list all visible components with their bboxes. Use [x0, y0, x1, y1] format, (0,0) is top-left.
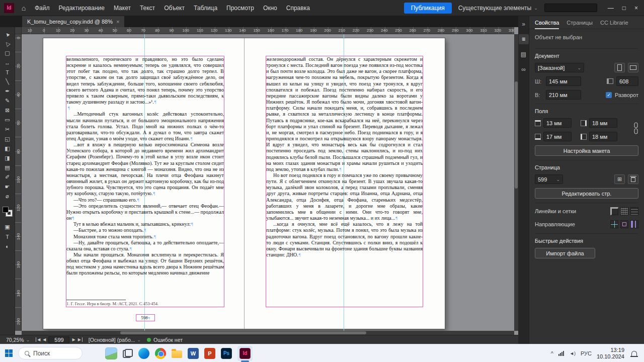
menu-item[interactable]: Справка: [282, 0, 314, 16]
menu-item[interactable]: Таблица: [189, 0, 222, 16]
document-preset-dropdown[interactable]: [Заказной] ⌄: [535, 63, 584, 72]
line-tool-icon[interactable]: ╲: [0, 77, 15, 86]
hand-tool-icon[interactable]: ☛: [0, 182, 15, 192]
close-button[interactable]: ×: [634, 5, 638, 12]
last-page-button[interactable]: ▶: [78, 337, 83, 342]
zoom-tool-icon[interactable]: ⌀: [0, 192, 15, 201]
eyedropper-tool-icon[interactable]: ✐: [0, 172, 15, 182]
selection-tool-icon[interactable]: ▲: [0, 29, 15, 39]
menu-item[interactable]: Текст: [135, 0, 159, 16]
margin-right-field[interactable]: 18 мм: [589, 118, 617, 128]
home-icon[interactable]: ⌂: [17, 4, 30, 12]
text-frame-right[interactable]: железнодорожный состав. Он дёрнулся с ха…: [266, 56, 423, 307]
orientation-portrait-button[interactable]: [614, 63, 625, 72]
network-icon[interactable]: [558, 350, 565, 356]
edit-page-button[interactable]: Редактировать стр.: [535, 188, 638, 199]
menu-item[interactable]: Макет: [109, 0, 135, 16]
start-button[interactable]: [5, 349, 13, 357]
workspace-switcher[interactable]: Существующие элементы ⌄: [458, 5, 538, 12]
language-indicator[interactable]: РУС: [581, 350, 592, 356]
link-margins-icon[interactable]: [633, 122, 638, 135]
horizontal-scrollbar[interactable]: [22, 331, 514, 335]
first-page-button[interactable]: ◀: [36, 337, 40, 342]
volume-icon[interactable]: ◄): [570, 351, 576, 356]
powerpoint-icon[interactable]: P: [204, 348, 215, 359]
tab-pages[interactable]: Страницы: [567, 16, 593, 29]
gap-tool-icon[interactable]: ↔: [0, 58, 15, 67]
horizontal-ruler[interactable]: 1001020304050607080901001101201301401501…: [22, 27, 514, 34]
page-tool-icon[interactable]: ▢: [0, 48, 15, 58]
menu-item[interactable]: Редактирование: [54, 0, 109, 16]
screen-mode-icon[interactable]: ◐: [0, 241, 15, 251]
zoom-level-dropdown[interactable]: 70,25% ⌄: [6, 337, 30, 343]
gradient-feather-tool-icon[interactable]: ◨: [0, 153, 15, 163]
vertical-scrollbar[interactable]: [514, 34, 518, 331]
margin-left-field[interactable]: 18 мм: [589, 132, 617, 141]
formatting-text-icon[interactable]: Т: [0, 232, 15, 241]
properties-panel-icon[interactable]: ≡: [519, 34, 529, 44]
orientation-landscape-button[interactable]: [628, 63, 638, 72]
word-icon[interactable]: W: [188, 348, 199, 359]
current-page-dropdown[interactable]: 599 ⌄: [535, 174, 563, 184]
rectangle-frame-tool-icon[interactable]: ⊠: [0, 106, 15, 115]
text-frame-left[interactable]: великолепного, героического и правдивого…: [66, 56, 224, 307]
margin-top-field[interactable]: 13 мм: [543, 118, 572, 128]
minimize-button[interactable]: —: [608, 5, 614, 12]
direct-selection-tool-icon[interactable]: △: [0, 39, 15, 48]
taskbar-search[interactable]: Поиск: [18, 347, 83, 359]
scissors-tool-icon[interactable]: ✂: [0, 125, 15, 134]
task-view-icon[interactable]: [123, 348, 133, 358]
menu-item[interactable]: Окно: [259, 0, 282, 16]
ruler-origin-corner[interactable]: [15, 27, 22, 34]
margin-guides-icon[interactable]: [620, 220, 628, 228]
stock-search-input[interactable]: [544, 4, 597, 12]
document-tab[interactable]: K_tomu_beregu_copy.indd @ 88% ×: [22, 16, 124, 27]
delete-page-button[interactable]: [628, 174, 638, 184]
pages-panel-icon[interactable]: ▤: [519, 49, 529, 59]
scrollbar-thumb[interactable]: [120, 331, 367, 334]
indesign-active-app[interactable]: Id: [237, 346, 253, 361]
guides-icon[interactable]: [610, 220, 618, 228]
preflight-profile-dropdown[interactable]: [Основной] (рабо... ⌄: [89, 337, 141, 343]
page-height-field[interactable]: 210 мм: [546, 90, 581, 100]
menu-item[interactable]: Файл: [30, 0, 54, 16]
next-page-button[interactable]: ▶: [72, 337, 75, 342]
collapse-panels-icon[interactable]: »: [519, 19, 529, 29]
document-grid-icon[interactable]: [620, 207, 628, 215]
tab-properties[interactable]: Свойства: [535, 16, 559, 29]
pasteboard[interactable]: великолепного, героического и правдивого…: [22, 34, 514, 331]
rulers-icon[interactable]: [610, 207, 618, 215]
photoshop-icon[interactable]: Ps: [221, 348, 232, 359]
preflight-status[interactable]: Ошибок нет: [147, 337, 183, 343]
indesign-icon[interactable]: Id: [239, 348, 251, 359]
column-guides-icon[interactable]: [630, 220, 638, 228]
rectangle-tool-icon[interactable]: ▭: [0, 115, 15, 125]
publish-button[interactable]: Публикация: [404, 3, 452, 14]
add-page-button[interactable]: ⊞: [614, 174, 625, 184]
menu-item[interactable]: Объект: [159, 0, 189, 16]
type-tool-icon[interactable]: T: [0, 67, 15, 77]
notification-bell-icon[interactable]: [631, 351, 637, 356]
page-width-field[interactable]: 145 мм: [546, 76, 581, 86]
fill-swatch[interactable]: [3, 207, 9, 213]
cc-libraries-panel-icon[interactable]: ∞: [519, 64, 529, 74]
free-transform-tool-icon[interactable]: ◱: [0, 134, 15, 144]
tab-cc-libraries[interactable]: CC Librarie: [600, 16, 628, 29]
vertical-ruler[interactable]: 020406080100120140160180200: [15, 34, 22, 331]
clock[interactable]: 13:19 10.10.2024: [597, 347, 624, 360]
menu-item[interactable]: Просмотр: [222, 0, 259, 16]
formatting-container-icon[interactable]: ▣: [0, 222, 15, 232]
scrollbar-thumb[interactable]: [515, 81, 518, 188]
baseline-grid-icon[interactable]: [630, 207, 638, 215]
tab-close-icon[interactable]: ×: [116, 19, 119, 25]
note-tool-icon[interactable]: ▤: [0, 163, 15, 172]
gradient-swatch-tool-icon[interactable]: ◧: [0, 144, 15, 153]
hidden-icons-chevron[interactable]: ^: [551, 350, 553, 356]
status-page-field[interactable]: 599: [48, 336, 69, 343]
import-file-button[interactable]: Импорт файла: [535, 248, 595, 258]
pen-tool-icon[interactable]: ✒: [0, 86, 15, 96]
fill-stroke-swatches[interactable]: [0, 205, 15, 220]
prev-page-button[interactable]: ◀: [43, 337, 46, 342]
margin-bottom-field[interactable]: 17 мм: [543, 132, 572, 141]
pencil-tool-icon[interactable]: ✎: [0, 96, 15, 106]
